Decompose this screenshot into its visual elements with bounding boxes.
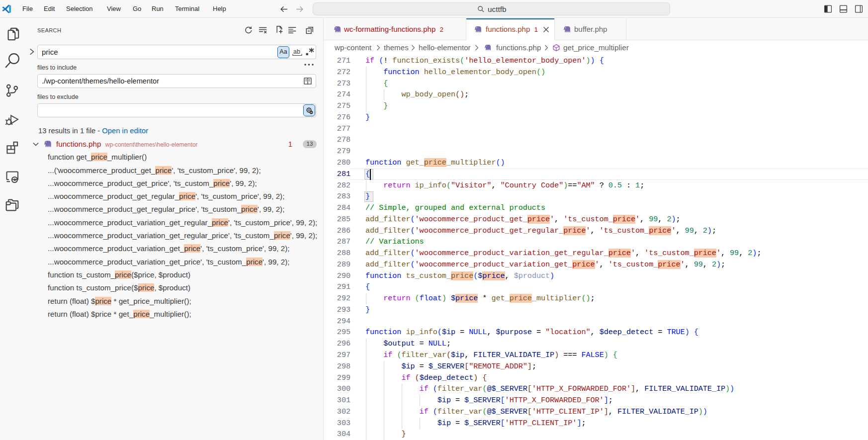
svg-text:ab: ab <box>293 48 300 55</box>
